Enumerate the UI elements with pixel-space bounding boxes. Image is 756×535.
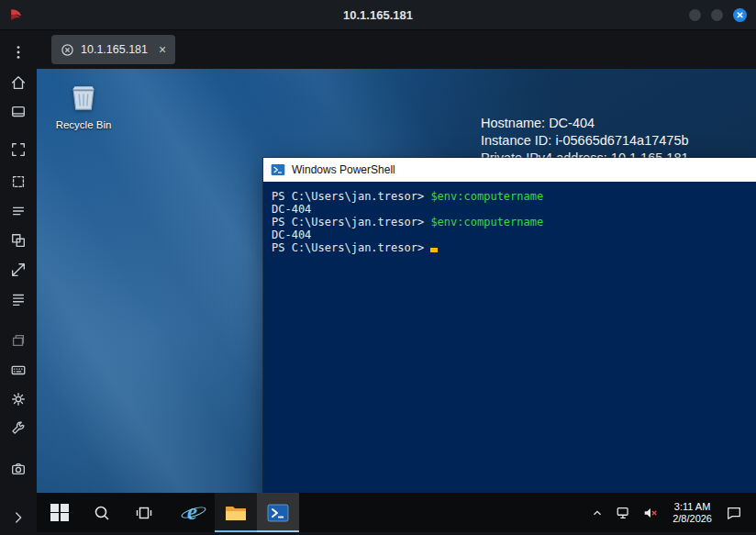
console-line: DC-404 bbox=[272, 203, 748, 216]
home-icon[interactable] bbox=[10, 73, 28, 91]
console-prompt: PS C:\Users\jan.tresor> bbox=[272, 241, 430, 254]
console-output: DC-404 bbox=[272, 228, 311, 241]
window-titlebar: 10.1.165.181 ✕ bbox=[0, 0, 756, 30]
system-tray: 3:11 AM 2/8/2026 bbox=[588, 493, 756, 532]
powershell-icon bbox=[267, 502, 289, 524]
search-icon bbox=[93, 504, 111, 522]
console-prompt: PS C:\Users\jan.tresor> bbox=[272, 190, 430, 203]
tab-bar: 10.1.165.181 × bbox=[37, 30, 756, 69]
recycle-bin-label: Recycle Bin bbox=[53, 119, 114, 130]
tab-label: 10.1.165.181 bbox=[81, 43, 148, 56]
internet-explorer-button[interactable]: e bbox=[172, 493, 215, 532]
console-output: DC-404 bbox=[272, 203, 311, 216]
clock-time: 3:11 AM bbox=[673, 501, 712, 513]
console-prompt: PS C:\Users\jan.tresor> bbox=[272, 216, 430, 228]
connection-tab[interactable]: 10.1.165.181 × bbox=[51, 35, 175, 64]
recycle-bin-shortcut[interactable]: Recycle Bin bbox=[53, 80, 114, 130]
remote-desktop-client: 10.1.165.181 ✕ 10.1.165.181 × bbox=[0, 0, 756, 535]
powershell-titlebar[interactable]: Windows PowerShell bbox=[263, 158, 756, 182]
task-view-icon bbox=[135, 504, 153, 522]
windows-taskbar: e bbox=[37, 493, 756, 532]
console[interactable]: PS C:\Users\jan.tresor> $env:computernam… bbox=[263, 182, 756, 493]
close-window-button[interactable]: ✕ bbox=[733, 8, 747, 22]
keyboard-icon[interactable] bbox=[10, 361, 28, 378]
console-line: PS C:\Users\jan.tresor> $env:computernam… bbox=[272, 216, 748, 228]
file-explorer-button[interactable] bbox=[215, 493, 257, 532]
tray-chevron-up-icon[interactable] bbox=[588, 504, 606, 522]
file-explorer-icon bbox=[225, 504, 247, 522]
fit-screen-icon[interactable] bbox=[10, 173, 28, 190]
console-command: $env:computername bbox=[430, 190, 543, 203]
disconnect-icon bbox=[61, 43, 74, 57]
minimize-button[interactable] bbox=[689, 9, 701, 21]
console-line: PS C:\Users\jan.tresor> $env:computernam… bbox=[272, 190, 748, 203]
windows-logo-icon bbox=[50, 504, 69, 522]
expand-icon[interactable] bbox=[10, 261, 28, 278]
powershell-window[interactable]: Windows PowerShell PS C:\Users\jan.treso… bbox=[263, 158, 756, 493]
network-icon[interactable] bbox=[615, 504, 633, 522]
powershell-taskbar-button[interactable] bbox=[257, 493, 299, 532]
wrench-icon[interactable] bbox=[10, 419, 28, 437]
task-view-button[interactable] bbox=[123, 493, 165, 532]
search-button[interactable] bbox=[81, 493, 123, 532]
powershell-icon bbox=[271, 162, 285, 177]
recycle-bin-icon bbox=[66, 80, 101, 115]
window-title: 10.1.165.181 bbox=[0, 0, 756, 30]
gear-icon[interactable] bbox=[10, 390, 28, 407]
start-button[interactable] bbox=[39, 493, 81, 532]
chevron-right-icon[interactable] bbox=[10, 508, 28, 526]
console-line: PS C:\Users\jan.tresor> bbox=[272, 241, 748, 254]
volume-muted-icon[interactable] bbox=[641, 504, 660, 522]
console-line: DC-404 bbox=[272, 228, 748, 241]
camera-icon[interactable] bbox=[10, 460, 28, 477]
swap-windows-icon[interactable] bbox=[10, 231, 28, 249]
kebab-menu-icon[interactable] bbox=[10, 43, 28, 61]
fullscreen-icon[interactable] bbox=[10, 140, 28, 158]
sidebar bbox=[0, 30, 37, 535]
console-command: $env:computername bbox=[430, 216, 543, 228]
tab-close-button[interactable]: × bbox=[159, 42, 166, 57]
maximize-button[interactable] bbox=[711, 9, 723, 21]
remote-desktop-viewport[interactable]: Recycle Bin Hostname: DC-404 Instance ID… bbox=[37, 69, 756, 532]
clock-date: 2/8/2026 bbox=[673, 513, 712, 525]
hostname-line: Hostname: DC-404 bbox=[481, 115, 689, 132]
internet-explorer-icon: e bbox=[182, 501, 206, 525]
list-icon[interactable] bbox=[10, 290, 28, 307]
taskbar-clock[interactable]: 3:11 AM 2/8/2026 bbox=[668, 501, 717, 525]
display-icon[interactable] bbox=[10, 103, 28, 120]
powershell-window-title: Windows PowerShell bbox=[292, 163, 395, 176]
copy-panel-icon[interactable] bbox=[10, 331, 28, 349]
lines-icon[interactable] bbox=[10, 202, 28, 219]
action-center-icon[interactable] bbox=[725, 504, 743, 522]
instance-id-line: Instance ID: i-05665d6714a17475b bbox=[481, 132, 689, 150]
console-cursor bbox=[430, 248, 438, 252]
